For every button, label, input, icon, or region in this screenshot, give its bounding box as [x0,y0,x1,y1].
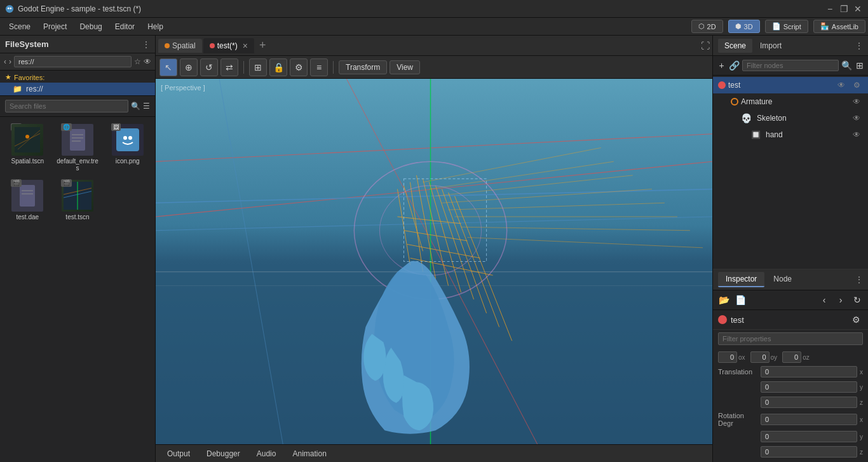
origin-z-input[interactable] [782,351,801,363]
tree-node-hand[interactable]: 🔲 hand 👁 [713,126,868,143]
visibility-icon-hand[interactable]: 👁 [850,128,863,141]
test-tab-dot [210,43,215,48]
svg-line-51 [461,227,690,230]
rotation-y-input[interactable] [761,431,857,442]
scale-tool[interactable]: ⇄ [220,58,238,76]
menu-scene[interactable]: Scene [3,20,37,34]
rotation-label: Rotation Degr [718,412,761,427]
tab-output[interactable]: Output [159,447,198,460]
origin-x-input[interactable] [718,351,737,363]
close-button[interactable]: ✕ [853,4,863,14]
menu-project[interactable]: Project [37,20,73,34]
file-default-env[interactable]: 🌐 default_env.tres [54,121,102,174]
tab-spatial[interactable]: Spatial [158,39,202,53]
bookmark-icon[interactable]: ☆ [134,57,141,66]
3d-viewport[interactable]: [ Perspective ] [156,79,712,444]
inspector-options-icon[interactable]: ⋮ [855,275,863,284]
rotation-x-input[interactable] [761,414,857,425]
titlebar-controls[interactable]: − ❐ ✕ [825,4,863,14]
filesystem-controls[interactable]: ⋮ [142,40,150,49]
translation-z-input[interactable] [761,397,857,408]
visibility-icon-test[interactable]: 👁 [835,79,848,92]
file-label-spatial: Spatial.tscn [11,158,44,165]
path-input[interactable] [14,56,132,67]
transform-button[interactable]: Transform [339,60,387,74]
file-doc2-svg [18,184,37,207]
tab-animation[interactable]: Animation [285,447,334,460]
fullscreen-icon[interactable]: ⛶ [701,41,710,51]
open-file-icon[interactable]: 📂 [717,293,731,307]
bottom-tabs-bar: Output Debugger Audio Animation [156,444,712,462]
rotation-row-y: y [713,429,868,444]
list-view-icon[interactable]: ☰ [143,102,150,111]
translation-field-y: y [761,381,863,393]
mode-3d-button[interactable]: ⬢ 3D [728,20,760,33]
svg-line-52 [468,238,703,248]
search-node-icon[interactable]: 🔍 [841,58,852,72]
maximize-button[interactable]: ❐ [839,4,849,14]
history-options-icon[interactable]: ↻ [850,293,864,307]
tab-scene[interactable]: Scene [718,39,752,53]
file-spatial-tscn[interactable]: 🎬 Spatial.tscn [4,121,51,174]
visibility-icon-skeleton[interactable]: 👁 [850,112,863,125]
file-test-dae[interactable]: 🎬 test.dae [4,177,51,223]
tab-node[interactable]: Node [766,272,799,287]
search-files-input[interactable] [5,100,128,112]
view-button[interactable]: View [390,60,420,74]
new-file-icon[interactable]: 📄 [733,293,747,307]
tree-node-skeleton[interactable]: 💀 Skeleton 👁 [713,110,868,126]
group-tool[interactable]: ⚙ [290,58,308,76]
nav-forward-icon[interactable]: › [9,57,11,66]
search-icon[interactable]: 🔍 [131,102,140,111]
visibility-icon-armature[interactable]: 👁 [850,95,863,108]
tab-audio[interactable]: Audio [249,447,284,460]
tree-node-test[interactable]: test 👁 ⚙ [713,77,868,93]
mode-script-button[interactable]: 📄 Script [765,20,808,33]
add-node-icon[interactable]: + [717,58,726,72]
filesystem-options-icon[interactable]: ⋮ [142,40,150,49]
scene-panel-options-icon[interactable]: ⋮ [855,41,863,50]
nav-back-icon[interactable]: ‹ [4,57,6,66]
tab-import[interactable]: Import [754,39,788,53]
tree-node-armature[interactable]: Armature 👁 [713,93,868,110]
file-icon-png[interactable]: 🖼 icon.png [104,121,151,174]
menu-debug[interactable]: Debug [73,20,108,34]
settings-icon-test[interactable]: ⚙ [850,79,863,92]
add-tab-button[interactable]: + [255,39,270,52]
select-tool[interactable]: ↖ [159,58,177,76]
svg-line-47 [436,175,633,196]
mode-assetlib-button[interactable]: 🏪 AssetLib [813,20,865,33]
tab-debugger[interactable]: Debugger [199,447,248,460]
menu-help[interactable]: Help [141,20,170,34]
lock-tool[interactable]: 🔒 [269,58,287,76]
origin-row: ox oy oz [713,350,868,364]
mode-2d-button[interactable]: ⬡ 2D [691,20,723,33]
object-settings-icon[interactable]: ⚙ [849,313,863,327]
tab-test[interactable]: test(*) × [203,38,254,53]
translation-x-input[interactable] [761,366,857,377]
link-node-icon[interactable]: 🔗 [729,58,740,72]
scene-options-icon[interactable]: ⊞ [855,58,864,72]
rotation-z-input[interactable] [761,446,857,458]
tab-inspector[interactable]: Inspector [718,272,764,287]
toolbar-separator-1 [243,61,244,74]
tab-close-icon[interactable]: × [243,41,248,51]
rotate-tool[interactable]: ↺ [200,58,218,76]
show-hidden-icon[interactable]: 👁 [144,57,151,66]
translation-y-input[interactable] [761,381,857,393]
filter-nodes-input[interactable] [742,60,839,71]
grid-tool[interactable]: ⊞ [249,58,267,76]
history-forward-icon[interactable]: › [834,293,848,307]
menu-editor[interactable]: Editor [109,20,141,34]
file-test-tscn[interactable]: 🎬 test.tscn [54,177,102,223]
filesystem-files: 🎬 Spatial.tscn [0,117,155,462]
origin-y-input[interactable] [750,351,770,363]
res-folder-item[interactable]: 📁 res:// [0,83,155,95]
file-icon-spatial: 🎬 [11,123,44,156]
history-back-icon[interactable]: ‹ [817,293,831,307]
align-tool[interactable]: ≡ [310,58,328,76]
filter-properties-input[interactable] [718,332,863,345]
svg-line-43 [407,244,480,258]
move-tool[interactable]: ⊕ [180,58,198,76]
minimize-button[interactable]: − [825,4,835,14]
